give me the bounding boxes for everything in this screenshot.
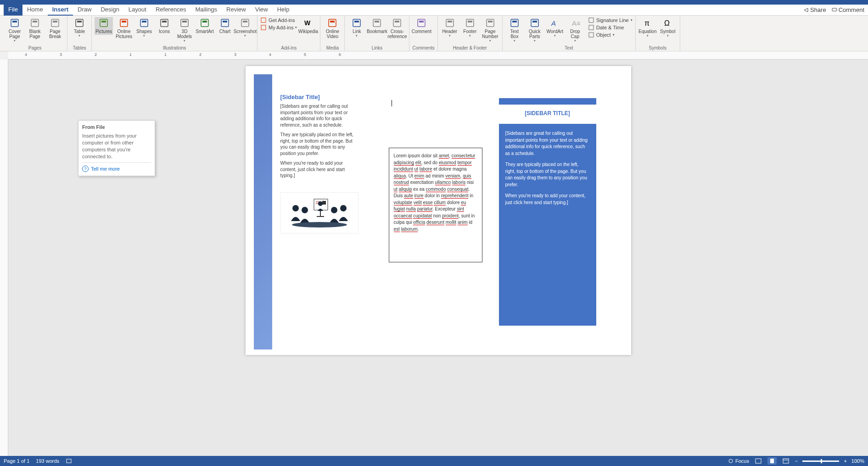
tab-review[interactable]: Review [222,4,251,16]
quick-parts-button[interactable]: Quick Parts▾ [526,17,544,44]
word-count[interactable]: 193 words [36,458,59,464]
tab-file[interactable]: File [4,4,22,16]
link-button[interactable]: Link▾ [347,17,366,39]
print-layout-button[interactable] [767,457,777,465]
bookmark-button[interactable]: Bookmark [368,17,386,35]
read-mode-button[interactable] [754,457,763,465]
smartart-button[interactable]: SmartArt [196,17,214,35]
horizontal-ruler[interactable]: 4321123456 [0,51,868,60]
sidebar-right[interactable]: [Sidebars are great for calling out impo… [499,124,596,326]
comment-button[interactable]: Comment [412,17,431,35]
shapes-button[interactable]: Shapes▾ [135,17,153,39]
wikipedia-icon: W [303,18,313,28]
svg-rect-12 [122,21,126,22]
blank-page-icon [30,18,40,28]
svg-rect-42 [487,19,494,27]
svg-rect-22 [223,21,227,22]
svg-rect-47 [532,21,537,22]
group-label: Symbols [638,45,677,50]
svg-rect-28 [329,19,336,27]
wordart-button[interactable]: AWordArt▾ [546,17,564,39]
page-break-button[interactable]: Page Break [46,17,64,40]
focus-button[interactable]: Focus [728,458,749,464]
zoom-slider[interactable] [802,460,839,462]
lorem-textbox[interactable]: Lorem ipsum dolor sit amet, consectetur … [389,148,482,262]
svg-rect-14 [142,21,146,22]
tab-layout[interactable]: Layout [124,4,151,16]
group-tables: Table▾Tables [67,16,92,51]
cross-reference-button[interactable]: Cross-reference [388,17,406,40]
svg-rect-2 [12,21,17,22]
tab-references[interactable]: References [151,4,190,16]
signature-line-button[interactable]: Signature Line ▾ [588,17,633,23]
comment-button[interactable]: Comment [832,6,864,13]
sidebar-right-p1[interactable]: [Sidebars are great for calling out impo… [505,130,590,157]
zoom-level[interactable]: 100% [851,458,864,464]
sidebar-right-title[interactable]: [SIDEBAR TITLE] [499,110,596,116]
wikipedia-button[interactable]: WWikipedia [299,17,317,35]
tab-mailings[interactable]: Mailings [190,4,222,16]
chart-button[interactable]: Chart [216,17,234,35]
tab-home[interactable]: Home [22,4,48,16]
tab-view[interactable]: View [251,4,273,16]
sidebar-left-p1[interactable]: [Sidebars are great for calling out impo… [280,103,358,128]
page[interactable]: [Sidebar Title] [Sidebars are great for … [246,66,631,355]
share-button[interactable]: Share [803,6,826,13]
sidebar-left-p3[interactable]: When you're ready to add your content, j… [280,160,358,179]
page-number-button[interactable]: Page Number▾ [481,17,499,44]
page-indicator[interactable]: Page 1 of 1 [4,458,29,464]
svg-rect-26 [261,25,266,30]
svg-point-61 [292,205,299,211]
wordart-icon: A [550,18,560,28]
sidebar-left-p2[interactable]: They are typically placed on the left, r… [280,132,358,156]
vertical-ruler[interactable] [0,60,8,456]
tab-draw[interactable]: Draw [73,4,96,16]
-d-models-button[interactable]: 3D Models▾ [175,17,194,44]
tab-insert[interactable]: Insert [48,4,73,16]
tell-me-more-link[interactable]: ? Tell me more [82,166,151,172]
drop-cap-button[interactable]: A≡Drop Cap▾ [566,17,584,44]
header-icon [445,18,455,28]
table-button[interactable]: Table▾ [70,17,89,39]
svg-rect-44 [511,19,518,27]
pictures-button[interactable]: Pictures [95,17,113,35]
group-pages: Cover Page▾Blank PagePage BreakPages [3,16,67,51]
focus-icon [728,458,734,464]
group-label: Header & Footer [441,45,499,50]
chart-icon [220,18,230,28]
document-canvas[interactable]: [Sidebar Title] [Sidebars are great for … [8,60,868,456]
svg-rect-15 [161,19,168,27]
online-pictures-button[interactable]: Online Pictures [115,17,133,40]
footer-button[interactable]: Footer▾ [461,17,479,39]
header-button[interactable]: Header▾ [441,17,459,39]
blank-page-button[interactable]: Blank Page [26,17,44,40]
get-add-ins-button[interactable]: Get Add-ins [260,17,297,23]
sidebar-left-title[interactable]: [Sidebar Title] [280,94,358,100]
screenshot-button[interactable]: Screenshot▾ [236,17,254,39]
group-text: Text Box▾Quick Parts▾AWordArt▾A≡Drop Cap… [503,16,636,51]
my-add-ins-button[interactable]: My Add-ins ▾ [260,24,297,31]
tab-help[interactable]: Help [273,4,294,16]
svg-rect-16 [162,21,167,22]
workspace: [Sidebar Title] [Sidebars are great for … [0,60,868,456]
page-number-icon [485,18,495,28]
object-button[interactable]: Object ▾ [588,32,633,38]
online-video-button[interactable]: Online Video [323,17,342,40]
symbol-button[interactable]: ΩSymbol▾ [659,17,677,39]
meeting-image[interactable] [280,192,358,233]
text-box-button[interactable]: Text Box▾ [505,17,524,44]
date-time-button[interactable]: Date & Time [588,24,633,31]
sidebar-right-p2[interactable]: They are typically placed on the left, r… [505,161,590,188]
zoom-out-button[interactable]: − [795,458,798,464]
spellcheck-icon[interactable] [66,458,72,464]
sidebar-left[interactable]: [Sidebar Title] [Sidebars are great for … [280,94,358,183]
icons-button[interactable]: Icons [155,17,174,35]
web-layout-button[interactable] [781,457,790,465]
svg-rect-45 [512,21,517,22]
tab-design[interactable]: Design [96,4,123,16]
sidebar-right-p3[interactable]: When you're ready to add your content, j… [505,193,590,206]
equation-button[interactable]: πEquation▾ [638,17,657,39]
cover-page-button[interactable]: Cover Page▾ [6,17,24,44]
zoom-in-button[interactable]: + [844,458,846,464]
svg-rect-20 [202,21,207,22]
